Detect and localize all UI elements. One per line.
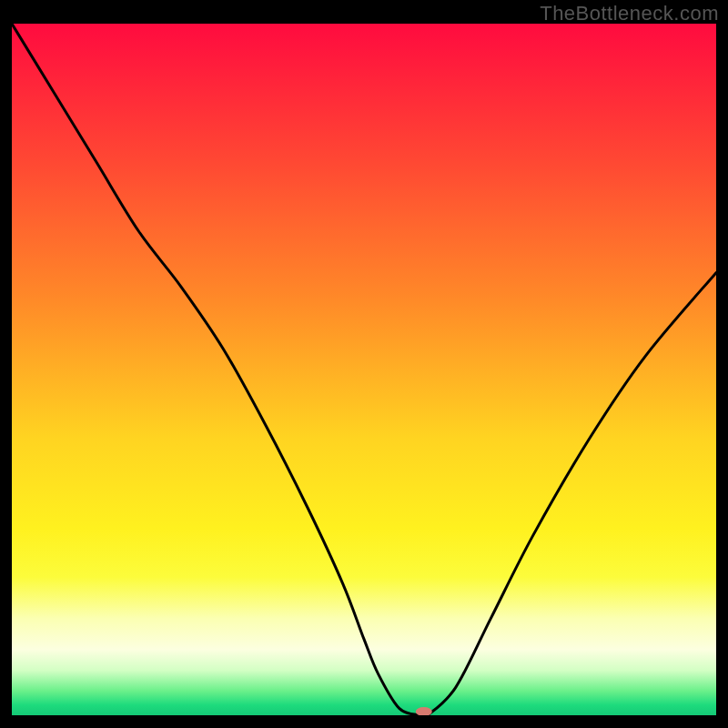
watermark-text: TheBottleneck.com — [540, 2, 719, 25]
plot-area — [12, 24, 716, 715]
bottleneck-chart — [12, 24, 716, 715]
gradient-background — [12, 24, 716, 715]
chart-frame: TheBottleneck.com — [0, 0, 728, 728]
